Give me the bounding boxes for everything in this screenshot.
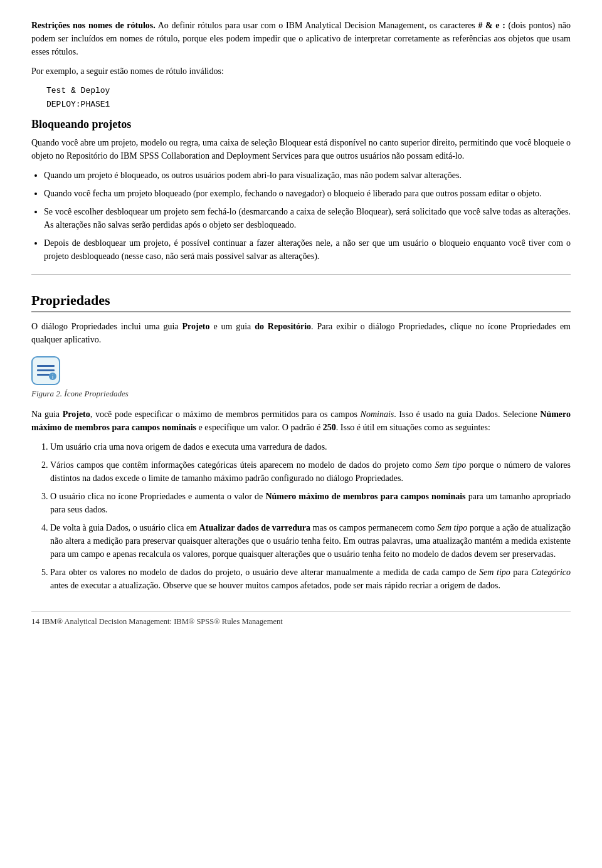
page-content: Restrições nos nomes de rótulos. Ao defi… [0,0,602,645]
project-tab-para: Na guia Projeto, você pode especificar o… [31,408,571,434]
restrictions-heading: Restrições nos nomes de rótulos. Ao defi… [31,19,571,58]
properties-section-heading: Propriedades [31,292,571,312]
list-item: Depois de desbloquear um projeto, é poss… [44,236,571,263]
step5-sem-tipo: Sem tipo [479,568,510,577]
list-item: O usuário clica no ícone Propriedades e … [50,490,571,516]
step3-bold: Número máximo de membros para campos nom… [265,492,465,501]
proj-para-a: Na guia [31,410,63,419]
proj-para-d: Nominais [361,410,394,419]
step4-part3: mas os campos permanecem como [310,523,437,532]
list-item: Vários campos que contêm informações cat… [50,458,571,485]
proj-para-b: Projeto [63,410,90,419]
svg-rect-1 [37,365,55,367]
step5-part1: Para obter os valores no modelo de dados… [50,568,479,577]
step2-sem-tipo: Sem tipo [435,460,466,470]
svg-rect-2 [37,369,55,371]
props-para-a: O diálogo Propriedades inclui uma guia [31,322,182,331]
svg-rect-3 [37,374,50,376]
proj-para-g: e especifique um valor. O padrão é [196,423,323,432]
footer-page-number: 14 [31,617,40,627]
blocking-intro-para: Quando você abre um projeto, modelo ou r… [31,136,571,162]
step4-sem-tipo: Sem tipo [437,523,468,532]
heading-bold-text: Restrições nos nomes de rótulos. [31,21,156,30]
page-footer: 14 IBM® Analytical Decision Management: … [31,611,571,627]
invalid-label-examples: Test & Deploy DEPLOY:PHASE1 [46,84,571,112]
proj-para-h: 250 [323,423,336,432]
step5-part3: para [510,568,531,577]
step5-part5: antes de executar a atualização. Observe… [50,581,500,590]
step1-text: Um usuário cria uma nova origem de dados… [50,442,327,452]
properties-icon: i [31,356,60,385]
list-item: Quando você fecha um projeto bloqueado (… [44,187,571,200]
blocking-bullet-list: Quando um projeto é bloqueado, os outros… [44,169,571,263]
step2-part1: Vários campos que contêm informações cat… [50,460,435,470]
footer-text: IBM® Analytical Decision Management: IBM… [42,617,283,627]
props-para-c: e um guia [210,322,255,331]
proj-para-i: . Isso é útil em situações como as segui… [336,423,490,432]
blocking-projects-heading: Bloqueando projetos [31,118,571,131]
figure-caption: Figura 2. Ícone Propriedades [31,389,571,399]
proj-para-e: . Isso é usado na guia Dados. Selecione [394,410,540,419]
list-item: Se você escolher desbloquear um projeto … [44,205,571,231]
step4-bold: Atualizar dados de varredura [199,523,310,532]
invalid-labels-intro: Por exemplo, a seguir estão nomes de rót… [31,65,571,78]
section-divider [31,274,571,275]
step5-categorico: Categórico [531,568,571,577]
svg-text:i: i [52,374,53,380]
list-item: Para obter os valores no modelo de dados… [50,566,571,592]
props-para-d: do Repositório [255,322,311,331]
code-line-2: DEPLOY:PHASE1 [46,98,571,112]
numbered-steps-list: Um usuário cria uma nova origem de dados… [50,440,571,592]
properties-intro-para: O diálogo Propriedades inclui uma guia P… [31,320,571,346]
special-chars: # & e : [478,21,505,30]
list-item: De volta à guia Dados, o usuário clica e… [50,521,571,561]
step4-part1: De volta à guia Dados, o usuário clica e… [50,523,199,532]
proj-para-c: , você pode especificar o máximo de memb… [90,410,361,419]
list-item: Um usuário cria uma nova origem de dados… [50,440,571,453]
props-para-b: Projeto [182,322,209,331]
list-item: Quando um projeto é bloqueado, os outros… [44,169,571,182]
code-line-1: Test & Deploy [46,84,571,98]
step3-part1: O usuário clica no ícone Propriedades e … [50,492,265,501]
